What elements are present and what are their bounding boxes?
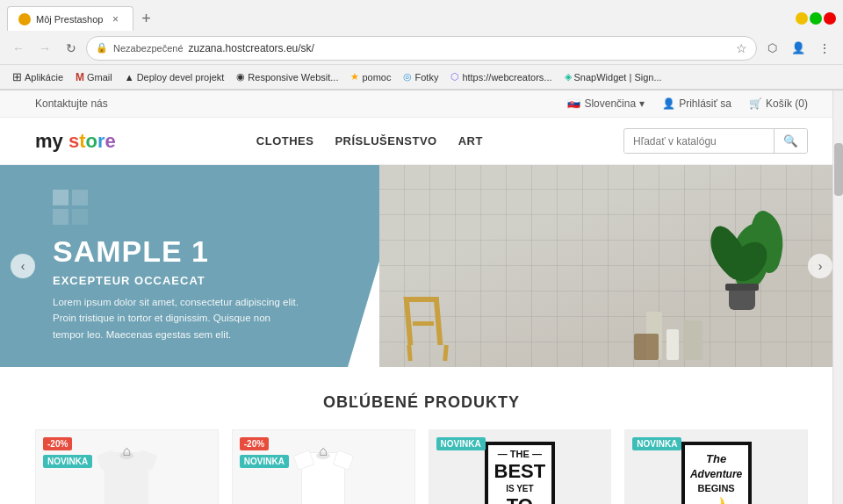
- new-badge-3: NOVINKA: [436, 437, 486, 450]
- logo-e: e: [105, 130, 116, 152]
- topbar-right: 🇸🇰 Slovenčina ▾ 👤 Prihlásiť sa 🛒 Košík (…: [567, 97, 808, 110]
- product-card-4[interactable]: NOVINKA The Adventure BEGINS 🌙: [624, 429, 808, 504]
- back-button[interactable]: ←: [7, 37, 30, 60]
- search-button[interactable]: 🔍: [774, 129, 807, 153]
- poster-visual-3: — THE — BEST IS YET TO: [485, 442, 555, 505]
- minimize-button[interactable]: [796, 12, 808, 25]
- window-controls: [796, 12, 836, 25]
- discount-badge-2: -20%: [240, 437, 269, 450]
- address-bar[interactable]: 🔒 Nezabezpečené zuzana.hostcreators.eu/s…: [86, 36, 757, 61]
- new-badge-2: NOVINKA: [240, 455, 289, 468]
- tab-label: Môj Prestashop: [36, 14, 103, 25]
- hero-decorative-icon: [53, 190, 88, 225]
- browser-tab[interactable]: Môj Prestashop ×: [7, 6, 133, 31]
- tshirt-visual-2: ⌂: [291, 443, 357, 504]
- logo-o: o: [86, 130, 97, 152]
- extensions-button[interactable]: ⬡: [760, 37, 783, 60]
- topbar: Kontaktujte nás 🇸🇰 Slovenčina ▾ 👤 Prihlá…: [0, 90, 843, 118]
- bookmark-snapwidget[interactable]: ◈ SnapWidget | Sign...: [559, 69, 667, 84]
- deploy-icon: ▲: [125, 72, 134, 83]
- search-box: 🔍: [623, 128, 808, 154]
- bookmark-responsive-label: Responsive Websit...: [248, 72, 338, 83]
- logo-my: my: [35, 130, 68, 152]
- bookmark-webcreators[interactable]: ⬡ https://webcreators...: [445, 69, 557, 84]
- nav-prislusenstvo[interactable]: PRÍSLUŠENSTVO: [335, 134, 436, 148]
- search-input[interactable]: [624, 130, 774, 153]
- products-section: OBĽÚBENÉ PRODUKTY -20% NOVINKA ⌂: [0, 367, 843, 504]
- flag-icon: 🇸🇰: [567, 97, 580, 110]
- new-tab-button[interactable]: +: [133, 6, 158, 31]
- hero-next-button[interactable]: ›: [808, 254, 832, 278]
- new-badge-4: NOVINKA: [632, 437, 681, 450]
- logo-t: t: [79, 130, 85, 152]
- bookmark-star-icon[interactable]: ☆: [736, 41, 747, 55]
- language-chevron-icon: ▾: [639, 97, 645, 110]
- section-title: OBĽÚBENÉ PRODUKTY: [35, 393, 808, 412]
- shelf-boxes: [634, 334, 659, 360]
- product-image-3: NOVINKA — THE — BEST IS YET TO: [429, 430, 611, 504]
- bookmark-deploy[interactable]: ▲ Deploy devel projekt: [119, 70, 230, 84]
- login-label: Prihlásiť sa: [679, 97, 731, 110]
- products-grid: -20% NOVINKA ⌂ -20% N: [35, 429, 808, 504]
- new-badge-1: NOVINKA: [43, 455, 92, 468]
- nav-clothes[interactable]: CLOTHES: [256, 134, 314, 148]
- bookmark-gmail[interactable]: M Gmail: [70, 69, 118, 85]
- topbar-contact: Kontaktujte nás: [35, 97, 108, 110]
- logo-r: r: [97, 130, 105, 152]
- maximize-button[interactable]: [810, 12, 822, 25]
- login-link[interactable]: 👤 Prihlásiť sa: [662, 97, 731, 110]
- profile-button[interactable]: 👤: [787, 37, 810, 60]
- tab-close-button[interactable]: ×: [108, 12, 122, 26]
- url-text: zuzana.hostcreators.eu/sk/: [189, 42, 731, 54]
- gmail-icon: M: [76, 71, 84, 83]
- language-selector[interactable]: 🇸🇰 Slovenčina ▾: [567, 97, 645, 110]
- apps-icon: ⊞: [12, 70, 22, 83]
- bookmark-apps[interactable]: ⊞ Aplikácie: [7, 68, 68, 85]
- logo-s: s: [68, 130, 79, 152]
- pomoc-icon: ★: [350, 71, 359, 83]
- bookmarks-bar: ⊞ Aplikácie M Gmail ▲ Deploy devel proje…: [0, 65, 843, 90]
- nav-art[interactable]: ART: [458, 134, 483, 148]
- product-card-2[interactable]: -20% NOVINKA ⌂: [232, 429, 415, 504]
- close-button[interactable]: [824, 12, 836, 25]
- contact-text: Kontaktujte nás: [35, 97, 108, 110]
- cart-icon: 🛒: [749, 97, 762, 110]
- hero-navigation: ‹ ›: [0, 254, 843, 278]
- hero-prev-button[interactable]: ‹: [11, 254, 35, 278]
- hero-banner: SAMPLE 1 EXCEPTEUR OCCAECAT Lorem ipsum …: [0, 165, 843, 367]
- product-card-3[interactable]: NOVINKA — THE — BEST IS YET TO: [429, 429, 612, 504]
- bookmark-pomoc[interactable]: ★ pomoc: [345, 69, 396, 84]
- svg-rect-2: [53, 209, 68, 225]
- tshirt-visual-1: ⌂: [94, 443, 160, 504]
- product-card-1[interactable]: -20% NOVINKA ⌂: [35, 429, 219, 504]
- secure-icon: 🔒: [96, 42, 108, 54]
- product-image-4: NOVINKA The Adventure BEGINS 🌙: [625, 430, 807, 504]
- cart-label: Košík (0): [766, 97, 808, 110]
- bookmark-fotky[interactable]: ◎ Fotky: [398, 69, 443, 84]
- search-icon: 🔍: [783, 134, 798, 148]
- responsive-icon: ◉: [236, 71, 245, 83]
- scrollbar[interactable]: [832, 90, 843, 504]
- bookmark-pomoc-label: pomoc: [362, 72, 391, 83]
- reload-button[interactable]: ↻: [60, 37, 83, 60]
- browser-toolbar: ← → ↻ 🔒 Nezabezpečené zuzana.hostcreator…: [0, 32, 843, 65]
- shelf-item-a: [406, 292, 450, 363]
- bookmark-deploy-label: Deploy devel projekt: [137, 72, 225, 83]
- forward-button[interactable]: →: [33, 37, 56, 60]
- plant-decoration: [702, 169, 782, 310]
- poster-visual-4: The Adventure BEGINS 🌙: [681, 442, 752, 505]
- secure-label: Nezabezpečené: [113, 43, 184, 54]
- cart-link[interactable]: 🛒 Košík (0): [749, 97, 808, 110]
- menu-button[interactable]: ⋮: [813, 37, 836, 60]
- bookmark-gmail-label: Gmail: [87, 72, 112, 83]
- bookmark-responsive[interactable]: ◉ Responsive Websit...: [231, 69, 343, 84]
- bookmark-snapwidget-label: SnapWidget | Sign...: [574, 72, 662, 83]
- title-bar: Môj Prestashop × +: [0, 0, 843, 32]
- site-logo[interactable]: my store: [35, 130, 116, 153]
- svg-rect-1: [72, 190, 88, 205]
- browser-chrome: Môj Prestashop × + ← → ↻ 🔒 Nezabezpečené…: [0, 0, 843, 90]
- tab-favicon: [18, 13, 31, 25]
- scrollbar-thumb[interactable]: [834, 143, 843, 196]
- website-content: Kontaktujte nás 🇸🇰 Slovenčina ▾ 👤 Prihlá…: [0, 90, 843, 504]
- person-icon: 👤: [662, 97, 675, 110]
